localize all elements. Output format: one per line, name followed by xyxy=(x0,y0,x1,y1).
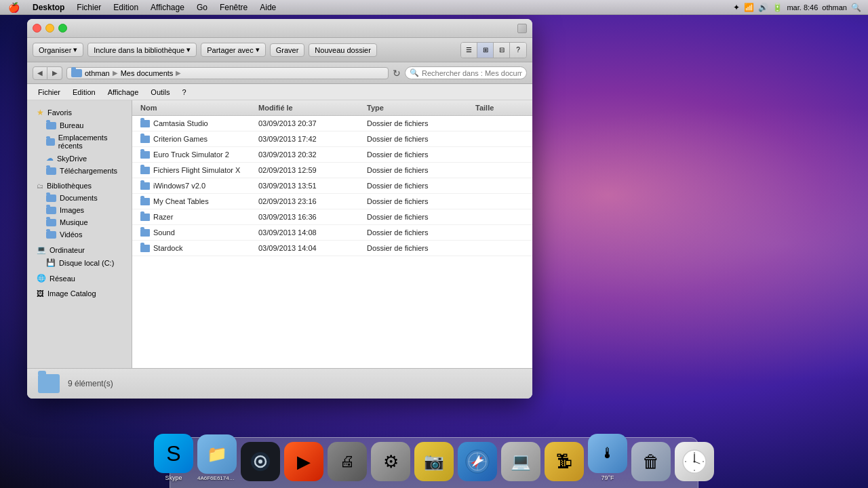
file-menu-fichier[interactable]: Fichier xyxy=(33,87,66,98)
sidebar-item-images[interactable]: Images xyxy=(30,204,129,216)
file-menu-help[interactable]: ? xyxy=(176,87,191,98)
menubar-items: Desktop Fichier Edition Affichage Go Fen… xyxy=(27,0,281,15)
minimize-button[interactable] xyxy=(45,24,54,33)
sidebar-item-documents[interactable]: Documents xyxy=(30,192,129,204)
dock-items: S Skype 📁 4A6F6E617482... ▶ xyxy=(140,434,728,485)
sidebar-item-musique[interactable]: Musique xyxy=(30,216,129,228)
sidebar-item-image-catalog[interactable]: 🖼 Image Catalog xyxy=(30,287,129,300)
dock-item-clock[interactable] xyxy=(675,442,714,481)
new-folder-button[interactable]: Nouveau dossier xyxy=(309,43,377,57)
menubar-item-fenetre[interactable]: Fenêtre xyxy=(214,0,253,15)
dock-item-zip[interactable]: 🗜 xyxy=(545,442,584,481)
dock-item-settings[interactable]: ⚙ xyxy=(371,442,410,481)
file-row[interactable]: iWindows7 v2.0 03/09/2013 13:51 Dossier … xyxy=(132,178,532,194)
dock-item-photo[interactable]: 📷 xyxy=(414,442,454,481)
back-button[interactable]: ◀ xyxy=(33,66,47,80)
file-name: Camtasia Studio xyxy=(153,119,208,127)
search-box[interactable]: 🔍 xyxy=(405,66,527,79)
column-size[interactable]: Taille xyxy=(473,102,527,114)
column-modified[interactable]: Modifié le xyxy=(256,102,364,114)
menubar-item-desktop[interactable]: Desktop xyxy=(27,0,70,15)
folder-icon xyxy=(46,195,56,202)
column-name[interactable]: Nom xyxy=(138,102,256,114)
file-menu-edition[interactable]: Edition xyxy=(67,87,101,98)
statusbar: 9 élément(s) xyxy=(27,368,532,399)
file-menu-affichage[interactable]: Affichage xyxy=(102,87,144,98)
view-icons-button[interactable]: ⊟ xyxy=(494,43,510,58)
dock-item-laptop[interactable]: 💻 xyxy=(501,442,540,481)
folder-dock-icon: 📁 xyxy=(197,434,237,474)
dock-label-weather: 79°F xyxy=(601,474,614,481)
volume-icon[interactable]: 🔊 xyxy=(758,3,768,12)
view-list-button[interactable]: ☰ xyxy=(461,43,477,58)
sidebar-label-image-catalog: Image Catalog xyxy=(47,289,96,298)
dock-item-folder[interactable]: 📁 4A6F6E617482... xyxy=(197,434,237,481)
file-row[interactable]: Stardock 03/09/2013 14:04 Dossier de fic… xyxy=(132,241,532,256)
wifi-icon[interactable]: 📶 xyxy=(744,3,754,12)
path-part-othman: othman xyxy=(85,69,110,77)
folder-icon xyxy=(46,122,56,129)
menubar-item-aide[interactable]: Aide xyxy=(254,0,281,15)
file-modified-cell: 03/09/2013 20:37 xyxy=(256,117,364,129)
chevron-down-icon: ▾ xyxy=(73,45,77,54)
dock: S Skype 📁 4A6F6E617482... ▶ xyxy=(0,427,868,488)
view-details-button[interactable]: ⊞ xyxy=(477,43,494,58)
steam-icon xyxy=(241,442,280,481)
search-input[interactable] xyxy=(422,69,522,77)
sidebar-item-downloads[interactable]: Téléchargements xyxy=(30,165,129,177)
file-modified-cell: 03/09/2013 14:08 xyxy=(256,226,364,239)
file-menu-outils[interactable]: Outils xyxy=(145,87,175,98)
menubar-item-fichier[interactable]: Fichier xyxy=(71,0,106,15)
include-library-button[interactable]: Inclure dans la bibliothèque ▾ xyxy=(87,43,197,57)
sidebar-item-bureau[interactable]: Bureau xyxy=(30,119,129,131)
file-row[interactable]: My Cheat Tables 02/09/2013 23:16 Dossier… xyxy=(132,194,532,209)
sidebar-item-reseau[interactable]: 🌐 Réseau xyxy=(30,272,129,285)
sidebar-item-recent[interactable]: Emplacements récents xyxy=(30,131,129,152)
dock-item-safari[interactable] xyxy=(458,442,497,481)
file-row[interactable]: Euro Truck Simulator 2 03/09/2013 20:32 … xyxy=(132,147,532,163)
sidebar-other-section: 🖼 Image Catalog xyxy=(27,287,132,300)
dock-item-weather[interactable]: 🌡 79°F xyxy=(588,434,627,481)
file-row[interactable]: Fichiers Flight Simulator X 02/09/2013 1… xyxy=(132,163,532,178)
file-size-cell xyxy=(473,168,527,172)
menubar-item-edition[interactable]: Edition xyxy=(108,0,144,15)
share-button[interactable]: Partager avec ▾ xyxy=(201,43,265,57)
menubar-item-affichage[interactable]: Affichage xyxy=(145,0,190,15)
file-row[interactable]: Camtasia Studio 03/09/2013 20:37 Dossier… xyxy=(132,116,532,131)
address-path[interactable]: othman ▶ Mes documents ▶ xyxy=(66,67,389,79)
file-row[interactable]: Razer 03/09/2013 16:36 Dossier de fichie… xyxy=(132,209,532,225)
sidebar-favorites-section: ★ Favoris Bureau Emplacements récents ☁ … xyxy=(27,106,132,177)
refresh-button[interactable]: ↻ xyxy=(393,68,401,79)
apple-menu[interactable]: 🍎 xyxy=(0,2,27,13)
path-part-mesdocs: Mes documents xyxy=(121,69,174,77)
forward-button[interactable]: ▶ xyxy=(47,66,62,80)
close-button[interactable] xyxy=(33,24,41,33)
statusbar-count: 9 élément(s) xyxy=(68,379,113,388)
bluetooth-icon[interactable]: ✦ xyxy=(733,3,740,12)
dock-item-scanner[interactable]: 🖨 xyxy=(328,442,367,481)
organize-button[interactable]: Organiser ▾ xyxy=(33,43,83,57)
view-help-button[interactable]: ? xyxy=(510,43,526,58)
resize-button[interactable] xyxy=(517,24,527,33)
file-name: My Cheat Tables xyxy=(153,197,209,205)
dock-item-video[interactable]: ▶ xyxy=(284,442,323,481)
sidebar-item-skydrive[interactable]: ☁ SkyDrive xyxy=(30,152,129,165)
menubar-item-go[interactable]: Go xyxy=(191,0,213,15)
file-folder-icon xyxy=(140,229,150,237)
sidebar-favorites-label: Favoris xyxy=(47,108,72,117)
column-type[interactable]: Type xyxy=(364,102,473,114)
dock-item-trash[interactable]: 🗑 xyxy=(631,442,671,481)
burn-button[interactable]: Graver xyxy=(270,43,305,57)
maximize-button[interactable] xyxy=(58,24,67,33)
dock-item-skype[interactable]: S Skype xyxy=(154,434,193,481)
file-folder-icon xyxy=(140,214,150,221)
spotlight-icon[interactable]: 🔍 xyxy=(851,3,861,12)
sidebar-item-videos[interactable]: Vidéos xyxy=(30,228,129,241)
dock-item-steam[interactable] xyxy=(241,442,280,481)
sidebar-item-disque[interactable]: 💾 Disque local (C:) xyxy=(30,256,129,269)
addressbar: ◀ ▶ othman ▶ Mes documents ▶ ↻ 🔍 xyxy=(27,62,532,84)
battery-icon[interactable]: 🔋 xyxy=(772,3,783,12)
file-name: Sound xyxy=(153,228,175,237)
file-row[interactable]: Sound 03/09/2013 14:08 Dossier de fichie… xyxy=(132,225,532,241)
file-row[interactable]: Criterion Games 03/09/2013 17:42 Dossier… xyxy=(132,131,532,147)
